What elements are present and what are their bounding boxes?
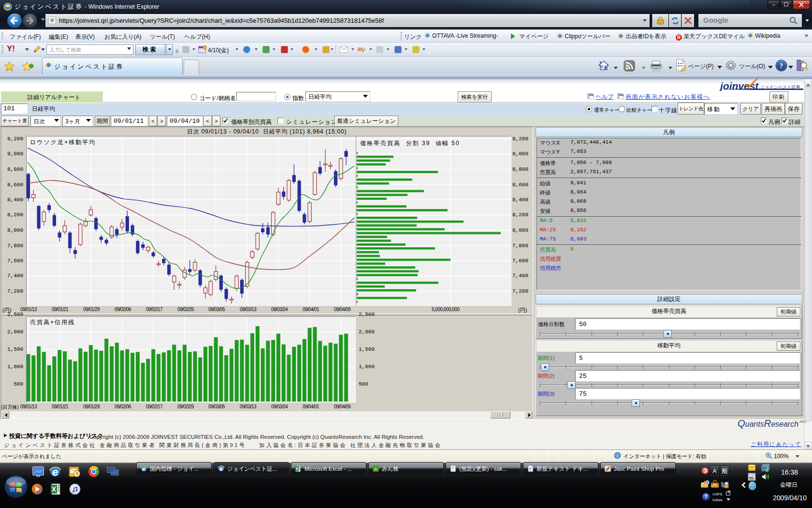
svg-text:e: e <box>50 16 54 24</box>
svg-text:?: ? <box>780 62 783 70</box>
svg-text:e: e <box>142 465 145 472</box>
svg-text:e: e <box>219 465 223 472</box>
